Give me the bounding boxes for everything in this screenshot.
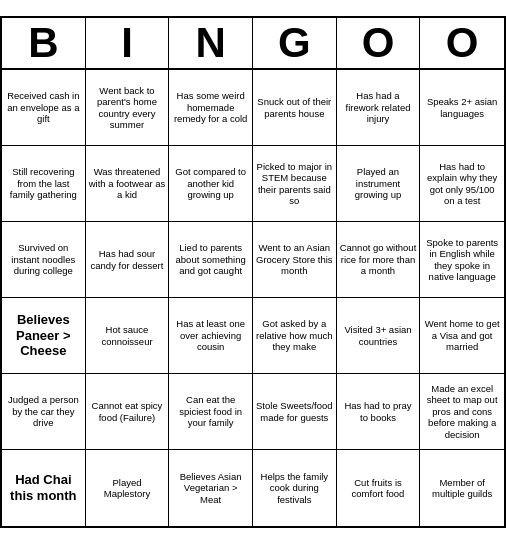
bingo-cell-10[interactable]: Played an instrument growing up <box>337 146 421 222</box>
header-letter-n-2: N <box>169 18 253 68</box>
bingo-cell-9[interactable]: Picked to major in STEM because their pa… <box>253 146 337 222</box>
bingo-cell-12[interactable]: Survived on instant noodles during colle… <box>2 222 86 298</box>
bingo-cell-25[interactable]: Cannot eat spicy food (Failure) <box>86 374 170 450</box>
bingo-cell-6[interactable]: Still recovering from the last family ga… <box>2 146 86 222</box>
bingo-cell-28[interactable]: Has had to pray to books <box>337 374 421 450</box>
bingo-cell-17[interactable]: Spoke to parents in English while they s… <box>420 222 504 298</box>
bingo-header: BINGOO <box>2 18 504 70</box>
bingo-cell-19[interactable]: Hot sauce connoisseur <box>86 298 170 374</box>
header-letter-g-3: G <box>253 18 337 68</box>
bingo-card: BINGOO Received cash in an envelope as a… <box>0 16 506 528</box>
bingo-cell-15[interactable]: Went to an Asian Grocery Store this mont… <box>253 222 337 298</box>
bingo-cell-33[interactable]: Helps the family cook during festivals <box>253 450 337 526</box>
bingo-cell-21[interactable]: Got asked by a relative how much they ma… <box>253 298 337 374</box>
bingo-cell-16[interactable]: Cannot go without rice for more than a m… <box>337 222 421 298</box>
bingo-cell-18[interactable]: Believes Paneer > Cheese <box>2 298 86 374</box>
bingo-cell-2[interactable]: Has some weird homemade remedy for a col… <box>169 70 253 146</box>
bingo-cell-27[interactable]: Stole Sweets/food made for guests <box>253 374 337 450</box>
bingo-cell-24[interactable]: Judged a person by the car they drive <box>2 374 86 450</box>
bingo-grid: Received cash in an envelope as a giftWe… <box>2 70 504 526</box>
bingo-cell-20[interactable]: Has at least one over achieving cousin <box>169 298 253 374</box>
bingo-cell-26[interactable]: Can eat the spiciest food in your family <box>169 374 253 450</box>
bingo-cell-3[interactable]: Snuck out of their parents house <box>253 70 337 146</box>
header-letter-o-5: O <box>420 18 504 68</box>
bingo-cell-35[interactable]: Member of multiple guilds <box>420 450 504 526</box>
header-letter-i-1: I <box>86 18 170 68</box>
bingo-cell-5[interactable]: Speaks 2+ asian languages <box>420 70 504 146</box>
bingo-cell-8[interactable]: Got compared to another kid growing up <box>169 146 253 222</box>
bingo-cell-32[interactable]: Believes Asian Vegetarian > Meat <box>169 450 253 526</box>
bingo-cell-1[interactable]: Went back to parent's home country every… <box>86 70 170 146</box>
bingo-cell-31[interactable]: Played Maplestory <box>86 450 170 526</box>
header-letter-b-0: B <box>2 18 86 68</box>
header-letter-o-4: O <box>337 18 421 68</box>
bingo-cell-23[interactable]: Went home to get a Visa and got married <box>420 298 504 374</box>
bingo-cell-11[interactable]: Has had to explain why they got only 95/… <box>420 146 504 222</box>
bingo-cell-34[interactable]: Cut fruits is comfort food <box>337 450 421 526</box>
bingo-cell-13[interactable]: Has had sour candy for dessert <box>86 222 170 298</box>
bingo-cell-7[interactable]: Was threatened with a footwear as a kid <box>86 146 170 222</box>
bingo-cell-29[interactable]: Made an excel sheet to map out pros and … <box>420 374 504 450</box>
bingo-cell-30[interactable]: Had Chai this month <box>2 450 86 526</box>
bingo-cell-0[interactable]: Received cash in an envelope as a gift <box>2 70 86 146</box>
bingo-cell-14[interactable]: Lied to parents about something and got … <box>169 222 253 298</box>
bingo-cell-22[interactable]: Visited 3+ asian countries <box>337 298 421 374</box>
bingo-cell-4[interactable]: Has had a firework related injury <box>337 70 421 146</box>
